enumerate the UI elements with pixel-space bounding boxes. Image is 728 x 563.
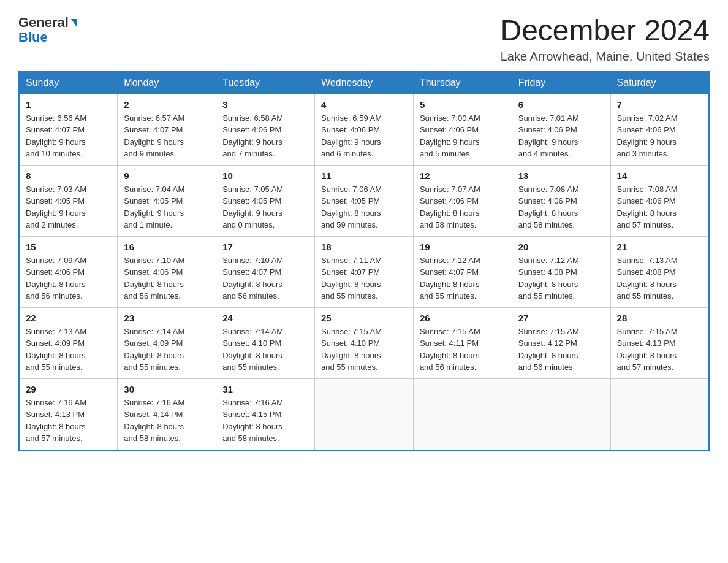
day-info: Sunrise: 6:59 AMSunset: 4:06 PMDaylight:… [321,112,407,160]
day-info: Sunrise: 7:05 AMSunset: 4:05 PMDaylight:… [222,183,308,231]
day-number: 4 [321,99,407,110]
day-number: 8 [26,170,111,181]
day-of-week-header: Friday [512,72,610,94]
calendar-day-cell: 20Sunrise: 7:12 AMSunset: 4:08 PMDayligh… [512,236,610,307]
day-number: 30 [124,384,210,394]
day-number: 11 [321,170,407,181]
day-info: Sunrise: 7:15 AMSunset: 4:12 PMDaylight:… [518,326,604,373]
calendar-day-cell: 27Sunrise: 7:15 AMSunset: 4:12 PMDayligh… [512,307,610,378]
day-number: 29 [26,384,111,394]
day-info: Sunrise: 7:11 AMSunset: 4:07 PMDaylight:… [321,255,407,302]
calendar-day-cell: 12Sunrise: 7:07 AMSunset: 4:06 PMDayligh… [413,165,512,236]
calendar-week-row: 29Sunrise: 7:16 AMSunset: 4:13 PMDayligh… [19,378,709,450]
day-info: Sunrise: 7:06 AMSunset: 4:05 PMDaylight:… [321,183,407,231]
day-info: Sunrise: 7:15 AMSunset: 4:11 PMDaylight:… [420,326,506,373]
calendar-day-cell [610,378,709,450]
day-number: 7 [617,99,702,110]
day-info: Sunrise: 7:08 AMSunset: 4:06 PMDaylight:… [617,183,702,231]
calendar-day-cell: 23Sunrise: 7:14 AMSunset: 4:09 PMDayligh… [118,307,216,378]
day-info: Sunrise: 7:16 AMSunset: 4:15 PMDaylight:… [222,397,308,445]
day-info: Sunrise: 7:00 AMSunset: 4:06 PMDaylight:… [420,112,506,160]
day-number: 31 [222,384,308,394]
day-number: 12 [420,170,506,181]
day-info: Sunrise: 6:56 AMSunset: 4:07 PMDaylight:… [26,112,111,160]
day-info: Sunrise: 7:09 AMSunset: 4:06 PMDaylight:… [26,255,111,302]
calendar-day-cell: 13Sunrise: 7:08 AMSunset: 4:06 PMDayligh… [512,165,610,236]
day-info: Sunrise: 7:07 AMSunset: 4:06 PMDaylight:… [420,183,506,231]
day-info: Sunrise: 7:10 AMSunset: 4:07 PMDaylight:… [222,255,308,302]
day-number: 19 [420,242,506,252]
page-subtitle: Lake Arrowhead, Maine, United States [500,50,710,64]
day-number: 26 [420,313,506,323]
logo-blue: Blue [18,29,48,45]
calendar-day-cell: 30Sunrise: 7:16 AMSunset: 4:14 PMDayligh… [118,378,216,450]
calendar-day-cell: 21Sunrise: 7:13 AMSunset: 4:08 PMDayligh… [610,236,709,307]
day-of-week-header: Saturday [610,72,709,94]
day-number: 18 [321,242,407,252]
calendar-table: SundayMondayTuesdayWednesdayThursdayFrid… [18,71,710,451]
logo: General Blue [18,15,77,45]
day-info: Sunrise: 7:04 AMSunset: 4:05 PMDaylight:… [124,183,210,231]
day-info: Sunrise: 7:16 AMSunset: 4:14 PMDaylight:… [124,397,210,445]
calendar-day-cell [512,378,610,450]
day-info: Sunrise: 7:12 AMSunset: 4:07 PMDaylight:… [420,255,506,302]
calendar-week-row: 22Sunrise: 7:13 AMSunset: 4:09 PMDayligh… [19,307,709,378]
day-info: Sunrise: 7:02 AMSunset: 4:06 PMDaylight:… [617,112,702,160]
calendar-day-cell: 26Sunrise: 7:15 AMSunset: 4:11 PMDayligh… [413,307,512,378]
calendar-day-cell: 7Sunrise: 7:02 AMSunset: 4:06 PMDaylight… [610,94,709,166]
day-info: Sunrise: 7:13 AMSunset: 4:09 PMDaylight:… [26,326,111,373]
calendar-day-cell: 2Sunrise: 6:57 AMSunset: 4:07 PMDaylight… [118,94,216,166]
calendar-day-cell [413,378,512,450]
day-number: 2 [124,99,210,110]
day-number: 13 [518,170,604,181]
logo-general: General [18,15,69,31]
calendar-day-cell: 1Sunrise: 6:56 AMSunset: 4:07 PMDaylight… [19,94,118,166]
day-number: 25 [321,313,407,323]
calendar-day-cell: 29Sunrise: 7:16 AMSunset: 4:13 PMDayligh… [19,378,118,450]
day-info: Sunrise: 7:08 AMSunset: 4:06 PMDaylight:… [518,183,604,231]
calendar-day-cell: 22Sunrise: 7:13 AMSunset: 4:09 PMDayligh… [19,307,118,378]
day-info: Sunrise: 7:03 AMSunset: 4:05 PMDaylight:… [26,183,111,231]
title-block: December 2024 Lake Arrowhead, Maine, Uni… [500,15,710,64]
page-header: General Blue December 2024 Lake Arrowhea… [18,15,710,64]
calendar-day-cell: 5Sunrise: 7:00 AMSunset: 4:06 PMDaylight… [413,94,512,166]
logo-arrow-icon [71,19,77,28]
day-number: 6 [518,99,604,110]
calendar-week-row: 15Sunrise: 7:09 AMSunset: 4:06 PMDayligh… [19,236,709,307]
day-info: Sunrise: 7:01 AMSunset: 4:06 PMDaylight:… [518,112,604,160]
calendar-day-cell: 9Sunrise: 7:04 AMSunset: 4:05 PMDaylight… [118,165,216,236]
calendar-day-cell: 18Sunrise: 7:11 AMSunset: 4:07 PMDayligh… [315,236,414,307]
calendar-day-cell: 8Sunrise: 7:03 AMSunset: 4:05 PMDaylight… [19,165,118,236]
day-of-week-header: Monday [118,72,216,94]
day-number: 1 [26,99,111,110]
day-of-week-header: Wednesday [315,72,414,94]
day-of-week-header: Sunday [19,72,118,94]
calendar-day-cell: 6Sunrise: 7:01 AMSunset: 4:06 PMDaylight… [512,94,610,166]
day-info: Sunrise: 7:15 AMSunset: 4:13 PMDaylight:… [617,326,702,373]
calendar-day-cell: 10Sunrise: 7:05 AMSunset: 4:05 PMDayligh… [216,165,315,236]
day-number: 21 [617,242,702,252]
page-title: December 2024 [500,15,710,47]
calendar-day-cell: 25Sunrise: 7:15 AMSunset: 4:10 PMDayligh… [315,307,414,378]
calendar-week-row: 1Sunrise: 6:56 AMSunset: 4:07 PMDaylight… [19,94,709,166]
calendar-day-cell [315,378,414,450]
calendar-day-cell: 15Sunrise: 7:09 AMSunset: 4:06 PMDayligh… [19,236,118,307]
day-info: Sunrise: 6:58 AMSunset: 4:06 PMDaylight:… [222,112,308,160]
calendar-day-cell: 31Sunrise: 7:16 AMSunset: 4:15 PMDayligh… [216,378,315,450]
day-of-week-header: Tuesday [216,72,315,94]
day-number: 3 [222,99,308,110]
day-number: 10 [222,170,308,181]
calendar-header-row: SundayMondayTuesdayWednesdayThursdayFrid… [19,72,709,94]
day-number: 16 [124,242,210,252]
day-number: 17 [222,242,308,252]
calendar-day-cell: 11Sunrise: 7:06 AMSunset: 4:05 PMDayligh… [315,165,414,236]
day-info: Sunrise: 7:15 AMSunset: 4:10 PMDaylight:… [321,326,407,373]
day-number: 24 [222,313,308,323]
day-info: Sunrise: 7:14 AMSunset: 4:10 PMDaylight:… [222,326,308,373]
day-number: 27 [518,313,604,323]
day-number: 28 [617,313,702,323]
day-info: Sunrise: 7:14 AMSunset: 4:09 PMDaylight:… [124,326,210,373]
calendar-day-cell: 16Sunrise: 7:10 AMSunset: 4:06 PMDayligh… [118,236,216,307]
day-number: 5 [420,99,506,110]
calendar-week-row: 8Sunrise: 7:03 AMSunset: 4:05 PMDaylight… [19,165,709,236]
